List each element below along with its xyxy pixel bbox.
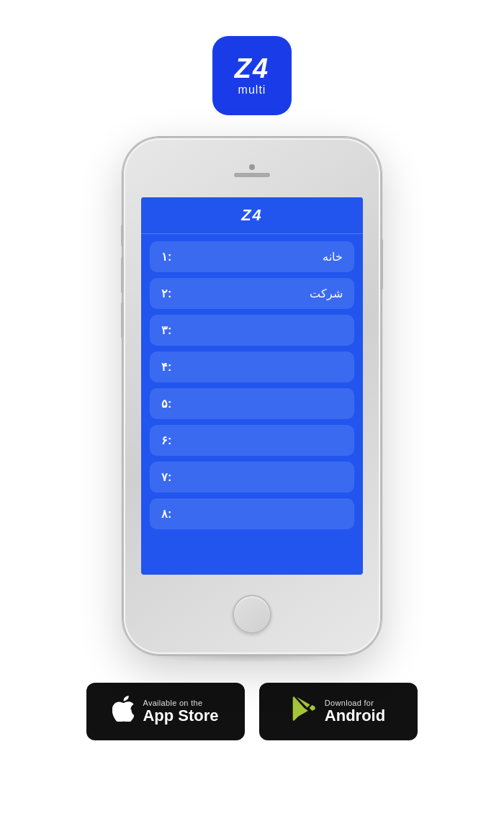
item-number: :۷ [161,470,171,484]
app-header: Z4 [141,197,363,234]
apple-icon [112,696,134,728]
list-item[interactable]: :۳ [150,315,354,346]
store-badges: Available on the App Store Download for … [86,683,418,740]
item-label: شرکت [310,287,343,300]
android-top-line: Download for [325,699,385,707]
power-button [380,239,383,290]
item-number: :۱ [161,250,171,264]
ios-top-line: Available on the [143,699,218,707]
ios-badge[interactable]: Available on the App Store [86,683,245,740]
phone-mockup: Z4 خانه:۱شرکت:۲:۳:۴:۵:۶:۷:۸ [122,137,382,655]
logo-multi-text: multi [238,84,266,97]
item-number: :۳ [161,323,171,337]
android-badge-text: Download for Android [325,699,385,724]
item-number: :۸ [161,507,171,521]
mute-button [121,225,124,246]
volume-up-button [121,257,124,293]
ios-badge-text: Available on the App Store [143,699,218,724]
phone-body: Z4 خانه:۱شرکت:۲:۳:۴:۵:۶:۷:۸ [122,137,382,655]
app-logo: Z4 multi [212,36,292,115]
list-item[interactable]: خانه:۱ [150,241,354,272]
app-list: خانه:۱شرکت:۲:۳:۴:۵:۶:۷:۸ [141,234,363,575]
android-badge[interactable]: Download for Android [259,683,418,740]
camera-dot [249,164,255,170]
android-icon [292,695,316,728]
list-item[interactable]: :۷ [150,462,354,493]
home-button[interactable] [233,595,271,634]
app-screen: Z4 خانه:۱شرکت:۲:۳:۴:۵:۶:۷:۸ [141,197,363,575]
item-number: :۵ [161,397,171,410]
item-number: :۲ [161,287,171,300]
ios-main-line: App Store [143,707,218,724]
logo-z4-text: Z4 [235,55,269,82]
volume-down-button [121,302,124,338]
item-label: خانه [323,250,343,264]
list-item[interactable]: :۵ [150,388,354,419]
list-item[interactable]: :۴ [150,351,354,382]
phone-screen: Z4 خانه:۱شرکت:۲:۳:۴:۵:۶:۷:۸ [141,197,363,575]
android-main-line: Android [325,707,385,724]
list-item[interactable]: :۶ [150,425,354,456]
speaker-grille [234,173,270,177]
item-number: :۶ [161,434,171,447]
list-item[interactable]: :۸ [150,498,354,529]
list-item[interactable]: شرکت:۲ [150,278,354,309]
item-number: :۴ [161,360,171,374]
